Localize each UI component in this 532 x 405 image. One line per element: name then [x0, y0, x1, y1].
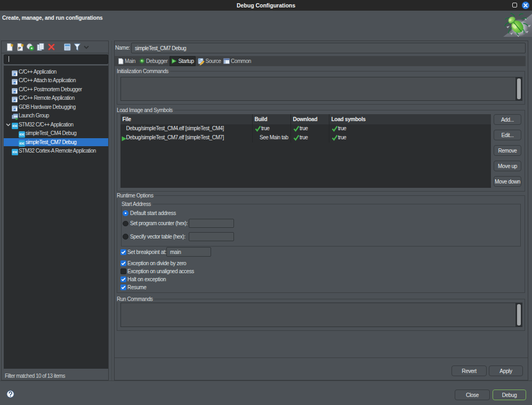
svg-text:IDE: IDE — [12, 150, 18, 154]
svg-text:IDE: IDE — [19, 133, 25, 136]
svg-text:P: P — [18, 46, 21, 51]
svg-text:IDE: IDE — [12, 124, 18, 128]
svg-text:IDE: IDE — [19, 142, 25, 145]
